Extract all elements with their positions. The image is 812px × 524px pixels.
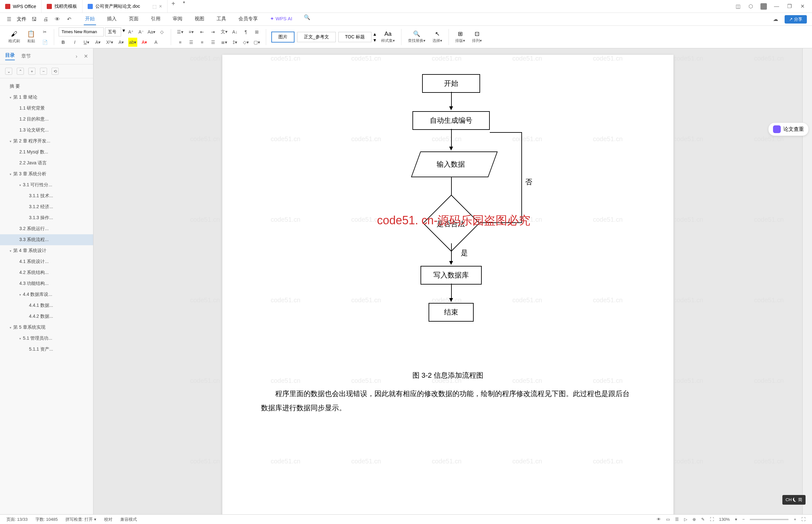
globe-icon[interactable]: ⊕: [693, 517, 696, 522]
close-sidebar-icon[interactable]: ✕: [84, 53, 88, 59]
outline-item[interactable]: ▾第 1 章 绪论: [0, 92, 93, 103]
chevron-down-icon[interactable]: ▾: [19, 337, 21, 340]
status-page[interactable]: 页面: 13/33: [6, 517, 28, 522]
share-button[interactable]: ↗ 分享: [784, 15, 807, 23]
char-border-icon[interactable]: A: [151, 38, 161, 47]
tab-tools[interactable]: 工具: [215, 13, 228, 25]
tab-toc[interactable]: 目录: [5, 52, 15, 60]
change-case-icon[interactable]: Aa▾: [147, 28, 156, 36]
tab-insert[interactable]: 插入: [106, 13, 118, 25]
outline-item[interactable]: 3.3 系统流程...: [0, 234, 93, 245]
zoom-in-icon[interactable]: +: [794, 517, 796, 522]
chevron-down-icon[interactable]: ▾: [19, 183, 21, 187]
status-proof[interactable]: 校对: [104, 517, 113, 522]
shading-icon[interactable]: ◇▾: [241, 38, 250, 47]
tab-pin-icon[interactable]: ⬚: [152, 4, 156, 9]
chevron-down-icon[interactable]: ▾: [19, 293, 21, 296]
document-area[interactable]: code51.cncode51.cncode51.cncode51.cncode…: [94, 48, 802, 514]
add-icon[interactable]: +: [28, 68, 35, 75]
zoom-dropdown-icon[interactable]: ▾: [735, 517, 737, 522]
status-words[interactable]: 字数: 10485: [35, 517, 58, 522]
wps-ai[interactable]: ✦ WPS AI: [269, 13, 294, 25]
status-spell[interactable]: 拼写检查: 打开 ▾: [65, 517, 96, 522]
highlight-icon[interactable]: ab▾: [128, 38, 137, 47]
chevron-right-icon[interactable]: ›: [76, 53, 77, 59]
style-pic[interactable]: 图片: [271, 32, 295, 43]
show-marks-icon[interactable]: ¶: [241, 28, 250, 36]
outline-list[interactable]: 摘 要▾第 1 章 绪论1.1 研究背景1.2 目的和意...1.3 论文研究.…: [0, 78, 93, 514]
tab-document[interactable]: 公司资产网站论文.doc ⬚ ×: [82, 0, 168, 13]
align-center-icon[interactable]: ☰: [186, 38, 196, 47]
outline-item[interactable]: 3.1.1 技术...: [0, 191, 93, 201]
style-toc[interactable]: TOC 标题: [338, 32, 371, 42]
sort-icon[interactable]: A↓: [230, 28, 239, 36]
outline-item[interactable]: 4.4.2 数据...: [0, 311, 93, 322]
outline-item[interactable]: ▾第 4 章 系统设计: [0, 245, 93, 256]
font-size-select[interactable]: [105, 28, 121, 36]
outline-item[interactable]: 5.1.1 资产...: [0, 344, 93, 355]
size-dropdown-icon[interactable]: ▾: [122, 28, 125, 36]
outline-item[interactable]: 3.1.2 经济...: [0, 201, 93, 212]
expand-down-icon[interactable]: ⌄: [5, 68, 12, 75]
cube-icon[interactable]: ⬡: [748, 3, 754, 10]
eye-icon[interactable]: 👁: [657, 517, 661, 522]
outline-item[interactable]: 2.1 Mysql 数...: [0, 147, 93, 158]
decrease-indent-icon[interactable]: ⇤: [198, 28, 206, 36]
cut-icon[interactable]: ✂: [40, 28, 49, 36]
align-justify-icon[interactable]: ☰: [209, 38, 217, 47]
outline-item[interactable]: ▾第 5 章系统实现: [0, 322, 93, 333]
style-set-group[interactable]: Aa 样式集▾: [379, 31, 397, 44]
arrange-group[interactable]: ⊞ 排版▾: [453, 30, 467, 44]
clear-format-icon[interactable]: ◇: [157, 28, 166, 36]
tab-page[interactable]: 页面: [128, 13, 140, 25]
outline-item[interactable]: 1.2 目的和意...: [0, 114, 93, 125]
style-up-icon[interactable]: ▴: [374, 31, 376, 37]
save-icon[interactable]: 🖫: [30, 15, 38, 23]
outline-item[interactable]: ▾4.4 数据库设...: [0, 289, 93, 300]
tab-start[interactable]: 开始: [84, 13, 96, 25]
tab-icon[interactable]: ⊞: [252, 28, 261, 36]
preview-icon[interactable]: 👁: [53, 15, 61, 23]
font-color-icon[interactable]: A▾: [140, 38, 149, 47]
bold-icon[interactable]: B: [59, 38, 68, 47]
paste-group[interactable]: 📋 粘贴: [25, 30, 37, 44]
outline-item[interactable]: 1.1 研究背景: [0, 103, 93, 114]
chevron-down-icon[interactable]: ▾: [10, 326, 11, 329]
zoom-value[interactable]: 130%: [719, 517, 730, 522]
view-outline-icon[interactable]: ☰: [675, 517, 679, 522]
font-name-select[interactable]: [59, 28, 104, 36]
paper-check-pill[interactable]: 论文查重: [768, 122, 809, 136]
tab-dropdown-icon[interactable]: ▾: [179, 0, 189, 13]
number-list-icon[interactable]: ≡▾: [186, 28, 196, 36]
chevron-down-icon[interactable]: ▾: [10, 96, 11, 99]
tab-view[interactable]: 视图: [193, 13, 205, 25]
outline-item[interactable]: 4.2 系统结构...: [0, 267, 93, 278]
minimize-icon[interactable]: —: [773, 3, 780, 10]
decrease-font-icon[interactable]: A⁻: [137, 28, 146, 36]
text-effect-icon[interactable]: A▾: [117, 38, 126, 47]
bullet-list-icon[interactable]: ☰▾: [176, 28, 185, 36]
tab-templates[interactable]: 找稻壳模板: [42, 0, 82, 13]
outline-item[interactable]: ▾第 2 章 程序开发...: [0, 136, 93, 147]
format-brush-group[interactable]: 🖌 格式刷: [6, 30, 22, 44]
undo-icon[interactable]: ↶: [65, 15, 73, 23]
strikethrough-icon[interactable]: A▾: [94, 38, 102, 47]
focus-icon[interactable]: ⛶: [710, 517, 714, 522]
chevron-down-icon[interactable]: ▾: [10, 173, 11, 176]
line-spacing-icon[interactable]: ‡▾: [230, 38, 239, 47]
add-tab-button[interactable]: +: [168, 0, 179, 13]
underline-icon[interactable]: U▾: [82, 38, 91, 47]
remove-icon[interactable]: −: [40, 68, 47, 75]
distribute-icon[interactable]: ≣▾: [219, 38, 229, 47]
pencil-icon[interactable]: ✎: [701, 517, 705, 522]
window-tab-icon[interactable]: ◫: [735, 3, 741, 10]
align-group[interactable]: ⊡ 排列▾: [470, 30, 484, 44]
increase-indent-icon[interactable]: ⇥: [209, 28, 217, 36]
outline-item[interactable]: 4.1 系统设计...: [0, 256, 93, 267]
chevron-down-icon[interactable]: ▾: [10, 140, 11, 143]
sync-icon[interactable]: ⟲: [52, 68, 59, 75]
find-replace-group[interactable]: 🔍 查找替换▾: [406, 30, 427, 44]
outline-item[interactable]: 4.4.1 数据...: [0, 300, 93, 311]
tab-reference[interactable]: 引用: [150, 13, 162, 25]
status-compat[interactable]: 兼容模式: [120, 517, 137, 522]
